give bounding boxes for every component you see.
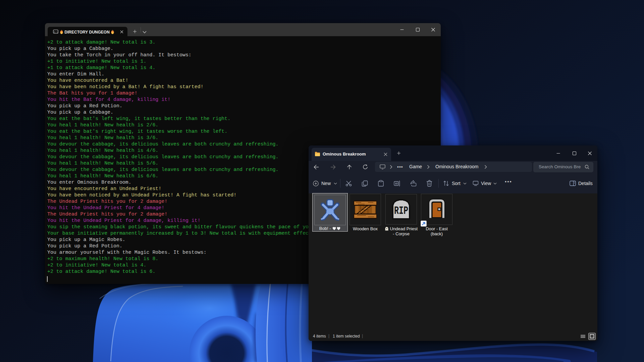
svg-text:C:\: C:\ — [54, 31, 58, 34]
svg-text:RIP: RIP — [394, 204, 408, 217]
